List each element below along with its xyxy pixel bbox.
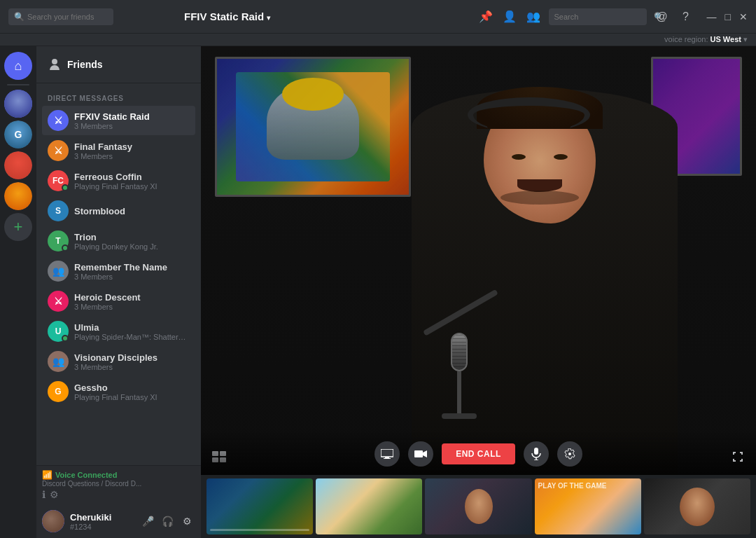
- dm-avatar-hd: ⚔: [48, 291, 69, 312]
- dm-name-trion: Trion: [74, 232, 190, 242]
- main-layout: ⌂ G + Friends DIRECT MESSAGES ⚔: [0, 46, 756, 538]
- friend-search-input[interactable]: [27, 13, 124, 21]
- dm-list: ⚔ FFXIV Static Raid 3 Members ✕ ⚔ Final …: [36, 105, 201, 465]
- dm-item-ferreous-coffin[interactable]: FC Ferreous Coffin Playing Final Fantasy…: [42, 166, 195, 195]
- fullscreen-btn[interactable]: [728, 447, 748, 467]
- camera-btn[interactable]: [408, 441, 433, 467]
- dm-sub-ulmia: Playing Spider-Man™: Shattered Dimen...: [74, 333, 190, 341]
- server-icon-2[interactable]: G: [4, 120, 32, 149]
- user-info: Cherukiki #1234: [70, 512, 134, 531]
- end-call-btn[interactable]: END CALL: [442, 443, 515, 464]
- deafen-icon[interactable]: 🎧: [159, 513, 176, 530]
- user-bar-actions: 🎤 🎧 ⚙: [139, 513, 195, 530]
- dm-item-remember-the-name[interactable]: 👥 Remember The Name 3 Members ✕: [42, 256, 195, 286]
- user-bar: Cherukiki #1234 🎤 🎧 ⚙: [36, 504, 201, 538]
- friend-search-bar[interactable]: 🔍: [8, 8, 113, 25]
- user-discriminator: #1234: [70, 523, 134, 531]
- home-server-icon[interactable]: ⌂: [4, 52, 32, 80]
- dm-info-ff: Final Fantasy 3 Members: [74, 142, 190, 160]
- svg-rect-5: [385, 457, 389, 458]
- dm-item-visionary-disciples[interactable]: 👥 Visionary Disciples 3 Members ✕: [42, 347, 195, 376]
- channel-name[interactable]: FFIV Static Raid: [184, 11, 270, 22]
- headphones: [468, 97, 590, 132]
- wall-art-left: [215, 57, 411, 197]
- dm-avatar-rtn: 👥: [48, 261, 69, 282]
- video-controls: END CALL: [201, 430, 756, 475]
- ulmia-online-dot: [62, 335, 69, 342]
- mute-btn[interactable]: [524, 441, 549, 467]
- dm-sub-rtn: 3 Members: [74, 273, 190, 281]
- main-search-input[interactable]: [554, 13, 651, 21]
- window-controls: — □ ✕: [707, 11, 748, 22]
- friends-header[interactable]: Friends: [36, 46, 201, 83]
- friends-icon: [48, 57, 62, 71]
- thumb-4[interactable]: PLAY OF THE GAME: [535, 478, 641, 534]
- dm-item-final-fantasy[interactable]: ⚔ Final Fantasy 3 Members ✕: [42, 136, 195, 165]
- signal-icon: 📶: [42, 470, 52, 480]
- dm-item-heroic-descent[interactable]: ⚔ Heroic Descent 3 Members ✕: [42, 287, 195, 316]
- maximize-btn[interactable]: □: [725, 11, 731, 22]
- server-divider: [7, 84, 29, 85]
- thumb-5[interactable]: [644, 478, 750, 534]
- dm-item-gessho[interactable]: G Gessho Playing Final Fantasy XI ✕: [42, 377, 195, 406]
- server-icon-1[interactable]: [4, 90, 32, 118]
- thumb-1[interactable]: [206, 478, 313, 534]
- sidebar: Friends DIRECT MESSAGES ⚔ FFXIV Static R…: [36, 46, 201, 538]
- svg-rect-8: [534, 448, 538, 455]
- mute-icon[interactable]: 🎤: [139, 513, 156, 530]
- help-icon[interactable]: ?: [678, 8, 694, 25]
- dm-avatar-gessho: G: [48, 381, 69, 402]
- svg-rect-7: [414, 450, 423, 457]
- dm-item-ulmia[interactable]: U Ulmia Playing Spider-Man™: Shattered D…: [42, 317, 195, 346]
- user-avatar[interactable]: [42, 510, 64, 532]
- dm-info-gessho: Gessho Playing Final Fantasy XI: [74, 382, 190, 401]
- dm-sub-ff: 3 Members: [74, 152, 190, 160]
- dm-name-storm: Stormblood: [74, 206, 190, 216]
- friends-label: Friends: [67, 59, 103, 70]
- dm-item-trion[interactable]: T Trion Playing Donkey Kong Jr. ✕: [42, 226, 195, 256]
- thumbnail-strip: PLAY OF THE GAME: [201, 475, 756, 538]
- video-area: END CALL: [201, 46, 756, 475]
- dm-sub-hd: 3 Members: [74, 303, 190, 311]
- svg-rect-4: [381, 449, 393, 457]
- svg-rect-6: [384, 458, 391, 459]
- server-icon-4[interactable]: [4, 182, 32, 210]
- dm-avatar-vd: 👥: [48, 351, 69, 372]
- minimize-btn[interactable]: —: [707, 11, 717, 22]
- dm-info-coffin: Ferreous Coffin Playing Final Fantasy XI: [74, 172, 190, 191]
- dm-item-stormblood[interactable]: S Stormblood ✕: [42, 196, 195, 226]
- dm-avatar-ff: ⚔: [48, 140, 69, 161]
- voice-settings-icon[interactable]: ⚙: [50, 489, 59, 500]
- username: Cherukiki: [70, 512, 134, 523]
- voice-status-label: 📶 Voice Connected: [42, 470, 195, 480]
- dm-info-storm: Stormblood: [74, 206, 190, 216]
- main-search-bar[interactable]: 🔍: [549, 8, 647, 25]
- voice-info-icon[interactable]: ℹ: [42, 489, 46, 500]
- dm-item-ffxiv-static-raid[interactable]: ⚔ FFXIV Static Raid 3 Members ✕: [42, 106, 195, 135]
- dm-info-hd: Heroic Descent 3 Members: [74, 292, 190, 311]
- settings-icon[interactable]: ⚙: [178, 513, 195, 530]
- thumb-3[interactable]: [425, 478, 531, 534]
- add-server-btn[interactable]: +: [4, 213, 32, 241]
- members-icon[interactable]: 👥: [525, 8, 542, 25]
- dm-name-ulmia: Ulmia: [74, 322, 190, 333]
- pin-icon[interactable]: 📌: [477, 8, 494, 25]
- add-member-icon[interactable]: 👤: [501, 8, 518, 25]
- dm-name-vd: Visionary Disciples: [74, 352, 190, 363]
- channel-name-text: FFIV Static Raid: [184, 11, 264, 22]
- dm-name-ffxiv: FFXIV Static Raid: [74, 111, 190, 122]
- channel-dropdown-icon[interactable]: [267, 11, 270, 22]
- at-icon[interactable]: @: [654, 8, 671, 25]
- close-btn[interactable]: ✕: [739, 11, 748, 22]
- dm-info-vd: Visionary Disciples 3 Members: [74, 352, 190, 371]
- server-icon-3[interactable]: [4, 151, 32, 179]
- dm-avatar-ffxiv: ⚔: [48, 110, 69, 131]
- voice-status-sub: Discord Questions / Discord D...: [42, 480, 195, 488]
- title-bar: 🔍 FFIV Static Raid 📌 👤 👥 🔍 @ ? — □ ✕: [0, 0, 756, 34]
- mic-stand: [417, 319, 501, 419]
- settings-btn[interactable]: [557, 441, 582, 467]
- screenshare-btn[interactable]: [374, 441, 400, 467]
- dm-sub-coffin: Playing Final Fantasy XI: [74, 182, 190, 191]
- thumb-2[interactable]: [316, 478, 422, 534]
- dm-name-ff: Final Fantasy: [74, 142, 190, 152]
